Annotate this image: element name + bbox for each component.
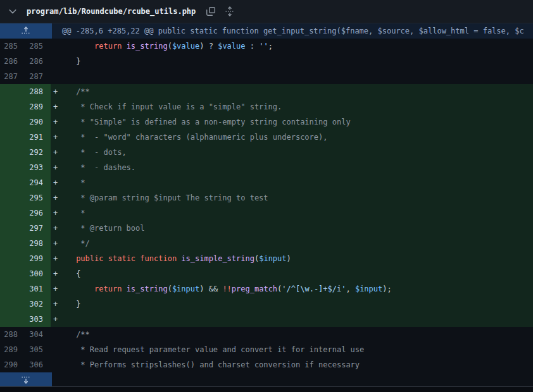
old-line-number[interactable] <box>0 145 25 160</box>
old-line-number[interactable]: 289 <box>0 342 25 357</box>
diff-row: 295+ * @param string $input The string t… <box>0 190 533 205</box>
new-line-number[interactable]: 304 <box>25 327 51 342</box>
old-line-number[interactable] <box>0 266 25 281</box>
old-line-number[interactable] <box>0 130 25 145</box>
copy-icon <box>206 6 216 16</box>
diff-row: 299+ public static function is_simple_st… <box>0 251 533 266</box>
code-token: ); <box>382 285 391 293</box>
old-line-number[interactable] <box>0 205 25 221</box>
new-line-number[interactable]: 294 <box>25 175 51 190</box>
code-line: + * Check if input value is a "simple" s… <box>51 99 533 114</box>
code-token: /** <box>58 330 90 339</box>
old-line-number[interactable] <box>0 221 25 236</box>
copy-path-button[interactable] <box>204 5 217 18</box>
old-line-number[interactable] <box>0 236 25 251</box>
new-line-number[interactable]: 285 <box>25 39 51 54</box>
code-line: + * - dots, <box>51 145 533 160</box>
new-line-number[interactable]: 300 <box>25 266 51 281</box>
new-line-number[interactable]: 288 <box>25 84 51 99</box>
new-line-number[interactable]: 293 <box>25 160 51 175</box>
new-line-number[interactable]: 287 <box>25 69 51 84</box>
new-line-number[interactable]: 296 <box>25 205 51 221</box>
code-token: ) <box>287 254 291 263</box>
new-line-number[interactable]: 305 <box>25 342 51 357</box>
old-line-number[interactable] <box>0 312 25 327</box>
diff-row: 301+ return is_string($input) && !!preg_… <box>0 281 533 297</box>
diff-rows: 285285 return is_string($value) ? $value… <box>0 39 533 372</box>
unfold-icon <box>225 6 235 16</box>
old-line-number[interactable] <box>0 99 25 114</box>
code-token: public <box>76 254 103 263</box>
code-token: '' <box>259 42 268 51</box>
code-token: $input <box>355 285 382 293</box>
old-line-number[interactable] <box>0 84 25 99</box>
code-token: ; <box>268 42 273 51</box>
new-line-number[interactable]: 302 <box>25 297 51 312</box>
code-token: * Performs stripslashes() and charset co… <box>58 360 360 369</box>
diff-row: 289+ * Check if input value is a "simple… <box>0 99 533 114</box>
expand-down-button[interactable] <box>0 372 52 386</box>
hunk-header: @@ -285,6 +285,22 @@ public static funct… <box>52 23 533 39</box>
diff-row: 289305 * Read request parameter value an… <box>0 342 533 357</box>
old-line-number[interactable] <box>0 190 25 205</box>
code-token: * @param string $input The string to tes… <box>58 193 268 202</box>
code-token: , <box>346 285 354 293</box>
old-line-number[interactable] <box>0 251 25 266</box>
code-token: * <box>58 209 85 217</box>
code-token: { <box>58 269 80 278</box>
code-line: * Read request parameter value and conve… <box>51 342 533 357</box>
old-line-number[interactable] <box>0 160 25 175</box>
new-line-number[interactable]: 291 <box>25 130 51 145</box>
diff-row: 288+ /** <box>0 84 533 99</box>
old-line-number[interactable] <box>0 114 25 130</box>
diff-row: 296+ * <box>0 205 533 221</box>
old-line-number[interactable] <box>0 175 25 190</box>
new-line-number[interactable]: 298 <box>25 236 51 251</box>
code-token: $input <box>172 285 199 293</box>
old-line-number[interactable]: 285 <box>0 39 25 54</box>
old-line-number[interactable]: 288 <box>0 327 25 342</box>
new-line-number[interactable]: 295 <box>25 190 51 205</box>
fold-up-icon <box>21 26 31 36</box>
new-line-number[interactable]: 286 <box>25 54 51 69</box>
diff-row: 288304 /** <box>0 327 533 342</box>
diff-marker <box>53 72 58 81</box>
code-line: + } <box>51 297 533 312</box>
new-line-number[interactable]: 292 <box>25 145 51 160</box>
code-line: + <box>51 312 533 327</box>
new-line-number[interactable]: 297 <box>25 221 51 236</box>
new-line-number[interactable]: 290 <box>25 114 51 130</box>
code-line <box>51 69 533 84</box>
code-token: * @return bool <box>58 224 144 233</box>
code-token: is_string <box>127 285 168 293</box>
code-token: ( <box>168 285 172 293</box>
code-line: + public static function is_simple_strin… <box>51 251 533 266</box>
old-line-number[interactable] <box>0 297 25 312</box>
old-line-number[interactable] <box>0 281 25 297</box>
diff-row: 303+ <box>0 312 533 327</box>
old-line-number[interactable]: 287 <box>0 69 25 84</box>
code-token <box>58 42 94 51</box>
chevron-down-icon <box>8 6 18 16</box>
collapse-file-button[interactable] <box>6 5 19 18</box>
new-line-number[interactable]: 299 <box>25 251 51 266</box>
diff-row: 302+ } <box>0 297 533 312</box>
new-line-number[interactable]: 306 <box>25 357 51 372</box>
expand-all-hunks-button[interactable] <box>223 5 236 18</box>
bottom-strip <box>0 386 533 392</box>
file-path[interactable]: program/lib/Roundcube/rcube_utils.php <box>27 7 196 16</box>
diff-row: 293+ * - dashes. <box>0 160 533 175</box>
code-token <box>104 254 108 263</box>
new-line-number[interactable]: 289 <box>25 99 51 114</box>
diff-row: 292+ * - dots, <box>0 145 533 160</box>
code-token: function <box>140 254 177 263</box>
new-line-number[interactable]: 303 <box>25 312 51 327</box>
old-line-number[interactable]: 290 <box>0 357 25 372</box>
new-line-number[interactable]: 301 <box>25 281 51 297</box>
file-header: program/lib/Roundcube/rcube_utils.php <box>0 0 533 23</box>
code-token: * - dots, <box>58 148 126 157</box>
expand-up-button[interactable] <box>0 23 52 39</box>
old-line-number[interactable]: 286 <box>0 54 25 69</box>
code-line: + { <box>51 266 533 281</box>
code-token: * Read request parameter value and conve… <box>58 345 364 354</box>
